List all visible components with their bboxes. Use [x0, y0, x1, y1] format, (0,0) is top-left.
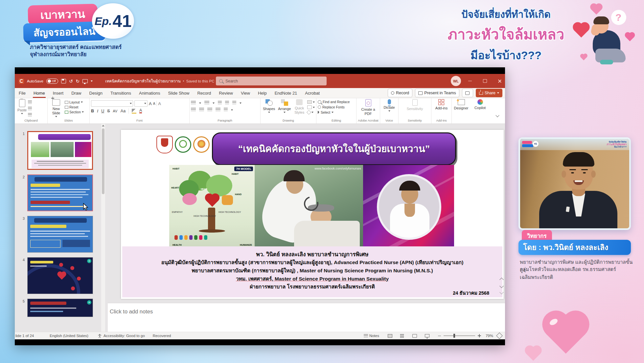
paste-button[interactable]: Paste [17, 99, 27, 114]
split-handle-icon[interactable] [499, 290, 504, 294]
view-normal-icon[interactable] [388, 334, 392, 338]
tab-review[interactable]: Review [215, 88, 237, 98]
char-spacing-button[interactable]: AV [113, 109, 118, 113]
font-name-select[interactable] [91, 100, 133, 107]
slide-thumbnail-5[interactable]: + [27, 299, 93, 317]
tab-home[interactable]: Home [30, 88, 49, 98]
text-direction-icon[interactable] [232, 101, 236, 105]
minimize-button[interactable] [463, 74, 477, 88]
zoom-slider[interactable] [444, 335, 475, 336]
shape-fill-icon[interactable] [307, 100, 312, 104]
format-painter-icon[interactable] [28, 113, 32, 117]
view-slideshow-icon[interactable] [425, 334, 429, 337]
quick-access-caret-icon[interactable] [91, 80, 93, 82]
view-reading-icon[interactable] [412, 334, 417, 338]
slide-thumbnail-1[interactable] [27, 131, 93, 170]
copy-icon[interactable] [28, 107, 32, 111]
decrease-font-icon[interactable]: A [153, 102, 155, 105]
tab-transitions[interactable]: Transitions [106, 88, 135, 98]
save-icon[interactable] [61, 79, 66, 83]
align-left-icon[interactable] [191, 108, 196, 112]
comments-button[interactable] [462, 89, 473, 97]
tab-slideshow[interactable]: Slide Show [164, 88, 193, 98]
undo-icon[interactable]: ↺ [69, 79, 73, 84]
quick-styles-button[interactable]: Quick Styles [293, 99, 306, 114]
collapse-ribbon-icon[interactable] [495, 113, 499, 117]
scroll-up-icon[interactable] [102, 125, 104, 126]
maximize-button[interactable] [477, 74, 492, 88]
tab-record[interactable]: Record [193, 88, 215, 98]
font-color-icon[interactable]: A [139, 109, 142, 113]
tab-acrobat[interactable]: Acrobat [301, 88, 324, 98]
dictate-button[interactable]: Dictate [383, 99, 395, 112]
shapes-button[interactable]: Shapes [262, 99, 276, 113]
notes-toggle-button[interactable]: Notes [364, 334, 379, 338]
zoom-level[interactable]: 79% [486, 334, 493, 338]
scrollbar-thumb[interactable] [102, 128, 104, 194]
close-button[interactable] [492, 74, 507, 88]
view-sorter-icon[interactable] [400, 334, 404, 338]
bullets-icon[interactable] [191, 101, 196, 105]
change-case-button[interactable]: Aa [121, 109, 126, 113]
font-size-select[interactable] [134, 100, 148, 107]
addins-button[interactable]: Add-ins [435, 99, 448, 110]
slide-thumbnail-4[interactable]: + [27, 257, 93, 294]
strikethrough-button[interactable]: S [107, 109, 110, 113]
tab-animations[interactable]: Animations [135, 88, 164, 98]
search-box[interactable]: Search [216, 77, 327, 85]
slide-canvas[interactable]: “เทคนิคคัดกรองปัญหาหัวใจในผู้ป่วยเบาหวาน… [121, 130, 504, 299]
thumbnails-scrollbar[interactable] [101, 124, 105, 332]
tab-help[interactable]: Help [254, 88, 271, 98]
zoom-out-icon[interactable] [438, 336, 441, 336]
reset-button[interactable]: Reset [65, 105, 84, 109]
create-pdf-button[interactable]: Create a PDF [358, 99, 379, 116]
tab-insert[interactable]: Insert [49, 88, 68, 98]
notes-pane[interactable]: Click to add notes [108, 303, 505, 332]
layout-button[interactable]: Layout [65, 100, 84, 104]
highlight-color-icon[interactable] [132, 109, 136, 114]
tab-file[interactable]: File [15, 88, 30, 98]
select-button[interactable]: Select [318, 110, 334, 114]
record-button[interactable]: Record [388, 89, 412, 97]
recovered-status[interactable]: Recovered [153, 334, 171, 338]
accessibility-status[interactable]: Accessibility: Good to go [104, 334, 145, 338]
numbering-icon[interactable] [204, 101, 209, 105]
shape-outline-icon[interactable] [307, 105, 312, 109]
tab-view[interactable]: View [237, 88, 254, 98]
find-replace-button[interactable]: Find and Replace [318, 100, 350, 104]
tab-draw[interactable]: Draw [67, 88, 85, 98]
new-slide-button[interactable]: New Slide [49, 99, 63, 117]
align-center-icon[interactable] [199, 108, 204, 112]
bold-button[interactable]: B [91, 109, 94, 113]
saved-status[interactable]: Saved to this PC [186, 79, 215, 83]
tab-endnote[interactable]: EndNote 21 [271, 88, 301, 98]
display-settings-icon[interactable] [82, 79, 88, 83]
fit-slide-icon[interactable] [496, 332, 503, 339]
zoom-in-icon[interactable] [478, 334, 481, 337]
redo-icon[interactable]: ↻ [76, 79, 80, 84]
columns-icon[interactable] [224, 108, 228, 112]
zoom-slider-thumb[interactable] [453, 334, 455, 338]
language-status[interactable]: English (United States) [50, 334, 88, 338]
copilot-button[interactable]: Copilot [474, 99, 486, 110]
arrange-button[interactable]: Arrange [277, 99, 291, 113]
section-button[interactable]: Section [65, 110, 84, 114]
scroll-prev-slide-icon[interactable] [499, 278, 504, 282]
slide-scroll-controls[interactable] [500, 278, 503, 294]
designer-button[interactable]: Designer [454, 99, 468, 110]
user-avatar[interactable]: WL [451, 76, 461, 86]
clear-formatting-icon[interactable]: A [158, 101, 161, 106]
justify-icon[interactable] [216, 108, 220, 112]
shape-effects-icon[interactable] [307, 110, 311, 115]
share-button[interactable]: Share [476, 89, 502, 97]
autosave-toggle[interactable]: Off [46, 79, 58, 84]
align-right-icon[interactable] [207, 108, 212, 112]
cut-icon[interactable] [28, 101, 32, 105]
replace-fonts-button[interactable]: Replace Fonts [318, 105, 345, 109]
underline-button[interactable]: U [101, 109, 104, 113]
scroll-next-slide-icon[interactable] [499, 284, 504, 288]
decrease-indent-icon[interactable] [218, 101, 222, 105]
slide-thumbnail-3[interactable] [27, 216, 93, 253]
present-in-teams-button[interactable]: Present in Teams [415, 89, 459, 97]
increase-indent-icon[interactable] [225, 101, 229, 105]
